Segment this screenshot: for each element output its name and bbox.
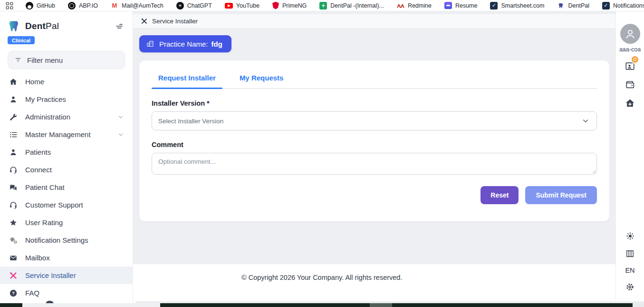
wrench-icon [9,113,18,121]
bookmark-label: Redmine [408,2,432,9]
contact-card-icon[interactable] [625,61,635,71]
bookmark-label: Smartsheet.com [501,2,544,9]
copyright-text: © Copyright 2026 Your Company. All right… [241,274,402,281]
crossed-tools-icon [141,18,148,25]
patient-user-icon [9,148,18,157]
bookmark-label: GitHub [37,2,55,9]
sidebar-item-customer-support[interactable]: Customer Support [0,196,133,214]
sidebar-item-my-practices[interactable]: My Practices [0,90,133,108]
sidebar-item-user-rating[interactable]: User Rating [0,214,133,231]
chevron-down-icon [117,131,124,138]
breadcrumb-label: Service Installer [152,18,198,25]
bottom-bar [0,303,644,307]
tab-request-installer[interactable]: Request Installer [152,71,222,88]
scrollbar-thumb[interactable] [370,303,392,307]
bookmark-mail[interactable]: M Mail@AumTech [111,2,163,10]
settings-gear-icon[interactable] [625,282,635,292]
bookmark-chatgpt[interactable]: ✳ ChatGPT [176,2,212,10]
envelope-icon [9,254,18,262]
theme-sun-icon[interactable] [625,231,635,241]
sidebar-item-administration[interactable]: Administration [0,108,133,126]
sidebar-item-label: User Rating [25,218,124,227]
bookmark-label: PrimeNG [282,2,307,9]
home-plus-icon[interactable] [625,98,635,109]
youtube-icon [225,3,233,9]
comment-textarea[interactable] [152,153,597,175]
submit-request-button[interactable]: Submit Request [525,186,597,204]
reset-button[interactable]: Reset [481,186,519,204]
installer-version-label: Installer Version * [152,99,597,107]
sidebar-collapse-icon[interactable] [115,22,124,30]
sidebar-item-notification-settings[interactable]: Notification Settings [0,231,133,249]
installer-version-select-wrap: Select Installer Version [152,111,597,130]
bookmark-abp-io[interactable]: ABP.IO [68,2,98,10]
scrollbar-thumb[interactable] [22,303,160,307]
bookmark-label: Mail@AumTech [122,2,163,9]
check-square-icon: ✓ [602,2,610,10]
home-icon [9,78,18,86]
svg-text:?: ? [12,291,15,296]
tab-my-requests[interactable]: My Requests [233,71,290,88]
bookmark-github[interactable]: GitHub [26,2,55,10]
bookmark-dentpal-internal[interactable]: + DentPal -(Internal)... [319,2,384,10]
bookmark-smartsheet[interactable]: ✓ Smartsheet.com [490,2,544,10]
gears-icon [9,236,18,245]
scrollbar-thumb[interactable] [633,303,644,307]
redmine-icon [397,2,404,10]
chat-bubbles-icon [9,183,18,192]
bookmark-resume[interactable]: Resume [444,2,478,9]
bookmark-notifications[interactable]: ✓ Notifications [602,2,644,10]
bookmark-label: YouTube [236,2,260,9]
green-cross-icon: + [319,2,327,10]
tab-bar: Request Installer My Requests [152,71,597,89]
bookmark-label: DentPal [568,2,589,9]
request-installer-card: Request Installer My Requests Installer … [139,60,609,221]
chatgpt-icon: ✳ [176,2,184,10]
abp-icon [68,2,76,10]
language-selector[interactable]: EN [625,267,634,274]
check-square-icon: ✓ [490,2,498,10]
clinical-badge: Clinical [8,36,35,44]
list-icon [9,130,18,139]
github-icon [26,2,33,10]
sidebar-item-faq[interactable]: ? FAQ [0,284,133,302]
gmail-icon: M [111,2,118,10]
practice-name-label: Practice Name: [159,40,208,48]
practice-name-badge: Practice Name: fdg [139,35,231,52]
star-icon [9,218,18,227]
bookmark-dentpal[interactable]: DentPal [557,2,589,10]
footer: © Copyright 2026 Your Company. All right… [133,264,615,307]
practice-name-value: fdg [211,40,222,48]
bookmark-primeng[interactable]: PrimeNG [272,2,307,10]
columns-layout-icon[interactable] [625,249,635,258]
browser-bookmarks-bar: GitHub ABP.IO M Mail@AumTech ✳ ChatGPT Y… [0,0,644,11]
avatar[interactable] [620,24,640,44]
filter-menu-input[interactable] [27,56,118,64]
sidebar: DentPal Clinical Home My Pra [0,11,133,307]
sidebar-item-home[interactable]: Home [0,73,133,90]
sidebar-item-label: Service Installer [25,271,124,279]
installer-version-select[interactable]: Select Installer Version [152,111,597,130]
apps-grid-icon[interactable] [6,2,13,10]
sidebar-item-mailbox[interactable]: Mailbox [0,249,133,267]
tooth-icon [557,2,565,10]
bookmark-youtube[interactable]: YouTube [225,2,260,9]
sidebar-item-connect[interactable]: Connect [0,161,133,178]
crossed-tools-icon [9,271,18,280]
refresh-badge-icon[interactable] [631,55,639,64]
brand-row: DentPal [0,11,133,35]
sidebar-menu: Home My Practices Administration Master … [0,73,133,302]
username-label: aaa-coa [619,46,641,53]
bookmark-redmine[interactable]: Redmine [397,2,432,10]
practice-user-icon [9,95,18,104]
sidebar-item-master-management[interactable]: Master Management [0,126,133,143]
sidebar-item-service-installer[interactable]: Service Installer [0,267,133,284]
page-content: Practice Name: fdg Request Installer My … [133,29,615,264]
sidebar-item-patient-chat[interactable]: Patient Chat [0,178,133,196]
right-rail: aaa-coa EN [615,11,644,307]
sidebar-item-label: Administration [25,113,110,121]
sidebar-item-patients[interactable]: Patients [0,143,133,161]
sidebar-item-label: Connect [25,166,124,174]
wallet-icon[interactable] [625,79,635,90]
sidebar-item-label: Patients [25,148,124,156]
